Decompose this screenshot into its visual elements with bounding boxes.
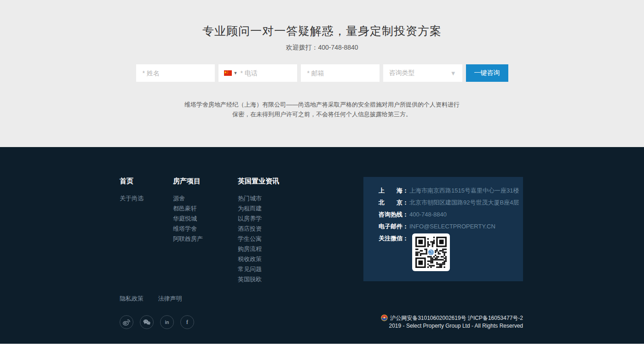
contact-row-shanghai: 上 海： 上海市南京西路1515号嘉里中心一座31楼	[379, 188, 523, 194]
contact-row-hotline: 咨询热线： 400-748-8840	[379, 211, 523, 218]
footer-link-info[interactable]: 英国脱欧	[238, 274, 363, 284]
weibo-icon[interactable]	[120, 315, 133, 329]
legal-notice-link[interactable]: 法律声明	[158, 295, 182, 302]
section-title: 专业顾问一对一答疑解惑，量身定制投资方案	[0, 0, 644, 39]
footer-column-home: 首页 关于尚选	[120, 177, 173, 204]
chevron-down-icon: ▼	[450, 70, 456, 77]
legal-links: 隐私政策 法律声明	[120, 294, 523, 303]
beijing-address: 北京市朝阳区建国路92号世茂大厦B座4层	[409, 199, 519, 206]
footer-link-about[interactable]: 关于尚选	[120, 193, 173, 204]
inquiry-type-select[interactable]: 咨询类型 ▼	[383, 64, 462, 82]
email-input[interactable]	[301, 64, 380, 82]
footer-link-info[interactable]: 热门城市	[238, 193, 363, 204]
footer-heading-home[interactable]: 首页	[120, 177, 173, 186]
footer-link-info[interactable]: 税收政策	[238, 254, 363, 264]
name-input[interactable]	[136, 64, 215, 82]
social-icons: in f	[120, 315, 194, 329]
phone-field[interactable]: ▼	[218, 64, 297, 82]
contact-row-beijing: 北 京： 北京市朝阳区建国路92号世茂大厦B座4层	[379, 199, 523, 206]
footer-link-project[interactable]: 源舍	[173, 193, 238, 204]
country-caret-icon: ▼	[234, 71, 238, 75]
footer-link-project[interactable]: 维塔学舍	[173, 224, 238, 234]
wechat-qr-code	[412, 233, 450, 271]
footer-link-project[interactable]: 阿联酋房产	[173, 234, 238, 244]
inquiry-type-value: 咨询类型	[389, 69, 415, 77]
footer: 首页 关于尚选 房产项目 源舍 都邑豪轩 华庭悦城 维塔学舍 阿联酋房产 英国置…	[0, 147, 644, 344]
linkedin-icon[interactable]: in	[160, 315, 174, 329]
hotline-subtitle: 欢迎拨打：400-748-8840	[0, 44, 644, 52]
consult-section: 专业顾问一对一答疑解惑，量身定制投资方案 欢迎拨打：400-748-8840 ▼…	[0, 0, 644, 147]
footer-heading-uk-info[interactable]: 英国置业资讯	[238, 177, 363, 186]
rights-line: 2019 - Select Property Group Ltd - All R…	[381, 322, 523, 330]
facebook-icon[interactable]: f	[180, 315, 194, 329]
footer-link-info[interactable]: 购房流程	[238, 244, 363, 254]
phone-input[interactable]	[240, 64, 297, 82]
contact-row-email: 电子邮件： INFO@SELECTPROPERTY.CN	[379, 223, 523, 230]
svg-text:f: f	[186, 319, 188, 325]
footer-link-project[interactable]: 华庭悦城	[173, 214, 238, 224]
contact-row-wechat: 关注微信：	[379, 235, 523, 271]
copyright: 沪公网安备31010602002619号 沪ICP备16053477号-2 20…	[381, 314, 523, 330]
police-badge-icon	[381, 314, 388, 321]
footer-column-projects: 房产项目 源舍 都邑豪轩 华庭悦城 维塔学舍 阿联酋房产	[173, 177, 238, 244]
shanghai-address: 上海市南京西路1515号嘉里中心一座31楼	[409, 188, 519, 194]
contact-email-link[interactable]: INFO@SELECTPROPERTY.CN	[409, 223, 495, 230]
footer-link-project[interactable]: 都邑豪轩	[173, 204, 238, 214]
footer-link-info[interactable]: 为租而建	[238, 204, 363, 214]
wechat-icon[interactable]	[140, 315, 154, 329]
submit-button[interactable]: 一键咨询	[466, 64, 508, 82]
beian-line[interactable]: 沪公网安备31010602002619号 沪ICP备16053477号-2	[381, 314, 523, 322]
privacy-disclaimer: 维塔学舍房地产经纪（上海）有限公司——尚选地产将采取严格的安全措施对用户所提供的…	[0, 100, 644, 119]
footer-link-info[interactable]: 以房养学	[238, 214, 363, 224]
footer-heading-projects[interactable]: 房产项目	[173, 177, 238, 186]
footer-link-info[interactable]: 学生公寓	[238, 234, 363, 244]
footer-link-info[interactable]: 常见问题	[238, 264, 363, 274]
hotline-number: 400-748-8840	[409, 211, 447, 218]
consult-form: ▼ 咨询类型 ▼ 一键咨询	[0, 64, 644, 82]
privacy-policy-link[interactable]: 隐私政策	[120, 295, 144, 302]
china-flag-icon[interactable]	[224, 70, 232, 76]
footer-column-uk-info: 英国置业资讯 热门城市 为租而建 以房养学 酒店投资 学生公寓 购房流程 税收政…	[238, 177, 363, 284]
svg-text:in: in	[165, 320, 169, 325]
footer-link-info[interactable]: 酒店投资	[238, 224, 363, 234]
contact-info-box: 上 海： 上海市南京西路1515号嘉里中心一座31楼 北 京： 北京市朝阳区建国…	[363, 177, 523, 281]
bottom-strip	[0, 344, 644, 358]
